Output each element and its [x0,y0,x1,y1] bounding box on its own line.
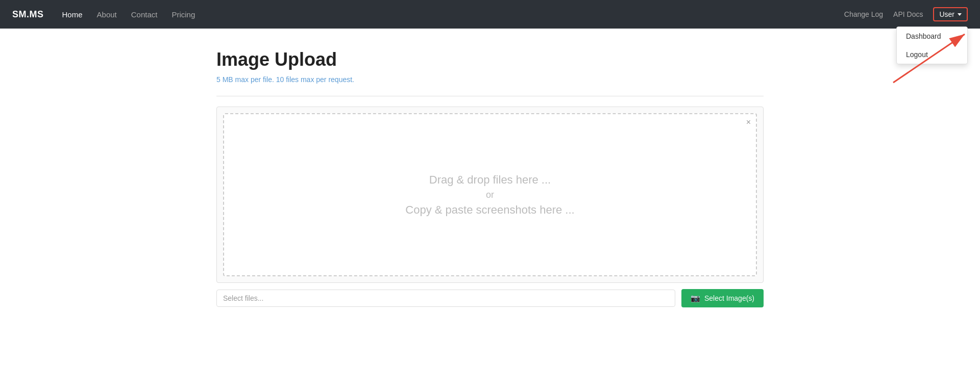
user-dropdown-menu: Dashboard Logout [896,27,968,64]
changelog-link[interactable]: Change Log [844,10,883,18]
upload-container: × Drag & drop files here ... or Copy & p… [216,107,764,283]
nav-item-home[interactable]: Home [56,7,89,22]
select-button-label: Select Image(s) [704,294,754,302]
page-subtitle: 5 MB max per file. 10 files max per requ… [216,75,764,84]
main-content: Image Upload 5 MB max per file. 10 files… [204,29,776,320]
dropdown-item-dashboard[interactable]: Dashboard [897,27,967,45]
navbar: SM.MS Home About Contact Pricing Change … [0,0,980,29]
close-button[interactable]: × [746,118,751,126]
dropdown-item-logout[interactable]: Logout [897,45,967,64]
nav-item-about[interactable]: About [91,7,123,22]
api-docs-link[interactable]: API Docs [893,10,923,18]
image-icon: 📷 [691,294,700,303]
nav-item-contact[interactable]: Contact [125,7,164,22]
file-input-display: Select files... [216,290,675,307]
brand-logo: SM.MS [12,9,44,20]
drop-text-paste: Copy & paste screenshots here ... [405,203,574,217]
chevron-down-icon [958,13,962,16]
user-dropdown-button[interactable]: User [933,7,968,21]
user-button-label: User [939,10,954,18]
drop-text-main: Drag & drop files here ... [429,173,551,187]
page-title: Image Upload [216,49,764,70]
nav-item-pricing[interactable]: Pricing [165,7,201,22]
bottom-bar: Select files... 📷 Select Image(s) [216,289,764,307]
divider [216,96,764,96]
drop-text-or: or [486,190,494,200]
select-images-button[interactable]: 📷 Select Image(s) [681,289,764,307]
drop-zone[interactable]: × Drag & drop files here ... or Copy & p… [223,113,757,276]
navbar-right: Change Log API Docs User [844,7,968,21]
nav-links: Home About Contact Pricing [56,7,844,22]
